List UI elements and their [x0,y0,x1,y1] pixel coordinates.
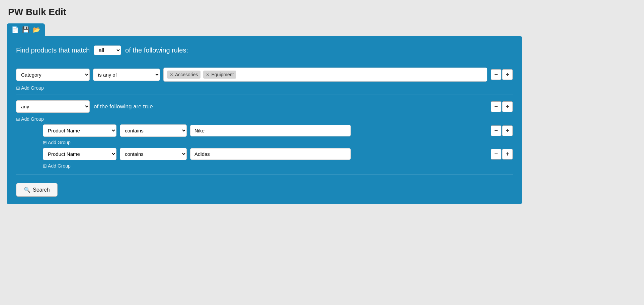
tag-equipment: ✕ Equipment [203,71,236,79]
any-row-text: of the following are true [94,103,153,110]
add-group-link-1[interactable]: ⊞ Add Group [16,85,44,91]
search-label: Search [33,187,50,193]
main-panel: Find products that match all any of the … [7,36,522,204]
search-button[interactable]: 🔍 Search [16,183,58,197]
rule-btn-group-2: − + [491,101,513,112]
add-rule-1[interactable]: + [502,69,513,80]
match-suffix: of the following rules: [125,46,188,54]
rule-btn-group-3: − + [491,125,513,136]
condition-select-4[interactable]: contains does not contain is is not [120,148,187,160]
field-select-4[interactable]: Product Name Category SKU Price [43,148,116,160]
condition-select-1[interactable]: is any of is not contains does not conta… [93,69,160,81]
divider [16,175,513,175]
remove-rule-2[interactable]: − [491,101,501,112]
match-header: Find products that match all any of the … [16,45,513,55]
add-group-link-3[interactable]: ⊞ Add Group [43,140,71,145]
save-icon[interactable]: 💾 [22,26,29,33]
add-group-link-2[interactable]: ⊞ Add Group [16,116,44,122]
page-title: PW Bulk Edit [8,7,637,17]
tag-remove-equipment[interactable]: ✕ [206,73,210,77]
field-select-1[interactable]: Category Product Name SKU Price [16,69,90,81]
nested-group-1: Product Name Category SKU Price contains… [16,124,513,171]
nested-rule-row-2: Product Name Category SKU Price contains… [43,148,513,160]
remove-rule-1[interactable]: − [491,69,501,80]
remove-rule-3[interactable]: − [491,125,501,136]
any-row: any all of the following are true − + [16,100,513,113]
remove-rule-4[interactable]: − [491,149,501,160]
nested-rule-row-1: Product Name Category SKU Price contains… [43,124,513,137]
value-input-3[interactable] [190,125,351,136]
value-input-4[interactable] [190,148,351,160]
tag-accessories: ✕ Accesories [167,71,200,79]
rule-group-2: any all of the following are true − + ⊞ … [16,95,513,171]
field-select-3[interactable]: Product Name Category SKU Price [43,124,116,137]
match-prefix: Find products that match [16,46,90,54]
tab-bar: 📄 💾 📂 [7,23,637,36]
rule-row-1: Category Product Name SKU Price is any o… [16,68,513,82]
tags-container-1: ✕ Accesories ✕ Equipment [163,68,487,82]
any-select[interactable]: any all [16,100,90,113]
search-icon: 🔍 [24,187,30,193]
tag-remove-accessories[interactable]: ✕ [170,73,173,77]
match-select[interactable]: all any [94,45,121,55]
add-group-link-4[interactable]: ⊞ Add Group [43,163,71,169]
add-rule-4[interactable]: + [502,149,513,160]
toolbar-tab: 📄 💾 📂 [7,23,45,36]
condition-select-3[interactable]: contains does not contain is is not [120,124,187,137]
add-rule-3[interactable]: + [502,125,513,136]
open-icon[interactable]: 📂 [33,26,40,33]
new-doc-icon[interactable]: 📄 [11,26,19,33]
add-rule-2[interactable]: + [502,101,513,112]
rule-group-1: Category Product Name SKU Price is any o… [16,62,513,93]
rule-btn-group-1: − + [491,69,513,80]
rule-btn-group-4: − + [491,149,513,160]
